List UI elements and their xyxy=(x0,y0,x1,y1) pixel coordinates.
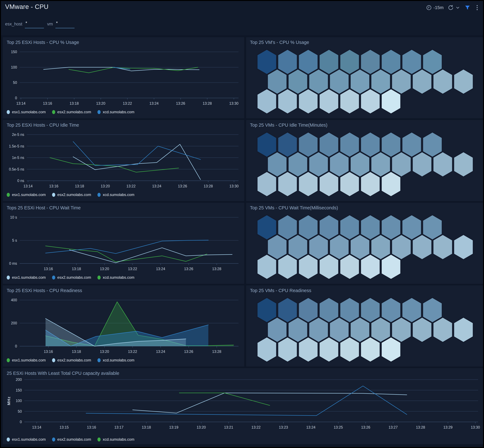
panel-esxi-cpu-idle-time: Top 25 ESXi Hosts - CPU Idle Time 0 ns0.… xyxy=(3,120,244,201)
honeycomb-hex-cell[interactable] xyxy=(433,69,453,94)
legend-item[interactable]: esx1.sumolabs.com xyxy=(7,275,46,280)
honeycomb-hex-cell[interactable] xyxy=(340,171,360,197)
chevron-down-icon[interactable] xyxy=(455,5,460,10)
honeycomb-hex-cell[interactable] xyxy=(433,234,453,260)
legend-item[interactable]: esx1.sumolabs.com xyxy=(7,110,46,114)
legend-dot-icon xyxy=(7,110,10,114)
honeycomb-hex-cell[interactable] xyxy=(340,254,360,280)
chart-legend: esx1.sumolabs.comesx2.sumolabs.comxcd.su… xyxy=(7,110,134,114)
area-chart-esxi-cpu-readiness: 020040013:1613:1813:2013:2213:2413:2613:… xyxy=(3,285,244,367)
esx-host-filter-input[interactable]: * xyxy=(25,21,44,28)
svg-text:13:20: 13:20 xyxy=(96,101,105,105)
honeycomb-hex-cell[interactable] xyxy=(454,234,473,260)
svg-text:13:28: 13:28 xyxy=(416,425,425,429)
svg-text:50: 50 xyxy=(13,80,17,85)
svg-text:13:22: 13:22 xyxy=(251,425,261,429)
legend-item[interactable]: esx2.sumolabs.com xyxy=(52,192,91,197)
chart-legend: esx1.sumolabs.comesx2.sumolabs.comxcd.su… xyxy=(7,192,134,197)
legend-series-name: esx2.sumolabs.com xyxy=(57,358,91,362)
legend-series-name: esx1.sumolabs.com xyxy=(12,437,46,442)
svg-text:13:26: 13:26 xyxy=(184,350,193,354)
legend-item[interactable]: esx2.sumolabs.com xyxy=(52,110,91,114)
legend-item[interactable]: esx1.sumolabs.com xyxy=(7,192,46,197)
header-bar: VMware - CPU -15m xyxy=(1,1,483,16)
legend-dot-icon xyxy=(7,358,10,362)
honeycomb-hex-cell[interactable] xyxy=(412,317,432,343)
honeycomb-hex-cell[interactable] xyxy=(298,337,318,362)
honeycomb-hex-cell[interactable] xyxy=(412,69,432,94)
honeycomb-hex-cell[interactable] xyxy=(319,254,339,280)
honeycomb-hex-cell[interactable] xyxy=(381,89,401,114)
honeycomb-hex-cell[interactable] xyxy=(412,234,432,260)
filter-icon[interactable] xyxy=(464,4,471,11)
legend-dot-icon xyxy=(98,358,101,362)
legend-item[interactable]: esx1.sumolabs.com xyxy=(7,437,46,442)
legend-item[interactable]: xcd.sumolabs.com xyxy=(98,437,134,442)
legend-item[interactable]: xcd.sumolabs.com xyxy=(98,110,134,114)
honeycomb-hex-cell[interactable] xyxy=(278,254,297,280)
honeycomb-hex-cell[interactable] xyxy=(340,337,360,362)
honeycomb-hex-cell[interactable] xyxy=(278,89,297,114)
honeycomb-hex-cell[interactable] xyxy=(278,337,297,362)
svg-text:13:18: 13:18 xyxy=(142,425,151,429)
honeycomb-hex-cell[interactable] xyxy=(319,337,339,362)
legend-item[interactable]: esx2.sumolabs.com xyxy=(52,275,91,280)
honeycomb-hex-cell[interactable] xyxy=(361,254,380,280)
svg-text:13:24: 13:24 xyxy=(156,267,165,271)
svg-text:10 s: 10 s xyxy=(10,215,17,219)
legend-series-name: esx1.sumolabs.com xyxy=(12,275,46,280)
svg-text:13:19: 13:19 xyxy=(169,425,179,429)
honeycomb-hex-cell[interactable] xyxy=(298,254,318,280)
honeycomb-hex-cell[interactable] xyxy=(361,89,380,114)
honeycomb-hex-cell[interactable] xyxy=(319,89,339,114)
honeycomb-hex-cell[interactable] xyxy=(257,254,277,280)
legend-item[interactable]: xcd.sumolabs.com xyxy=(98,192,134,197)
svg-text:13:30: 13:30 xyxy=(471,425,480,429)
honeycomb-hex-cell[interactable] xyxy=(454,69,473,94)
svg-text:0: 0 xyxy=(20,420,22,424)
svg-text:13:21: 13:21 xyxy=(224,425,233,429)
svg-text:13:26: 13:26 xyxy=(176,101,185,105)
honeycomb-hex-cell[interactable] xyxy=(454,152,473,177)
svg-text:13:30: 13:30 xyxy=(229,101,238,105)
legend-dot-icon xyxy=(7,276,10,280)
legend-item[interactable]: esx1.sumolabs.com xyxy=(7,358,46,362)
svg-text:MHz: MHz xyxy=(7,396,11,405)
honeycomb-hex-cell[interactable] xyxy=(361,171,380,197)
svg-text:50: 50 xyxy=(18,409,22,414)
honeycomb-hex-cell[interactable] xyxy=(454,317,473,343)
page-title: VMware - CPU xyxy=(5,3,49,10)
legend-item[interactable]: xcd.sumolabs.com xyxy=(98,275,134,280)
time-range-control[interactable]: -15m xyxy=(426,5,443,10)
honeycomb-hex-cell[interactable] xyxy=(412,152,432,177)
svg-text:13:14: 13:14 xyxy=(32,425,41,429)
panel-title: Top 25 ESXi Hosts - CPU % Usage xyxy=(7,40,79,45)
legend-series-name: esx2.sumolabs.com xyxy=(57,192,91,197)
svg-text:13:27: 13:27 xyxy=(388,425,398,429)
legend-item[interactable]: xcd.sumolabs.com xyxy=(98,358,134,362)
honeycomb-hex-cell[interactable] xyxy=(340,89,360,114)
honeycomb-hex-cell[interactable] xyxy=(381,254,401,280)
honeycomb-hex-cell[interactable] xyxy=(298,89,318,114)
refresh-control[interactable] xyxy=(448,5,460,11)
honeycomb-hex-cell[interactable] xyxy=(257,171,277,197)
kebab-menu-icon[interactable] xyxy=(475,4,480,11)
honeycomb-hex-cell[interactable] xyxy=(278,171,297,197)
svg-text:13:20: 13:20 xyxy=(197,425,206,429)
honeycomb-hex-cell[interactable] xyxy=(433,317,453,343)
honeycomb-hex-cell[interactable] xyxy=(361,337,380,362)
panel-esxi-least-cpu-capacity: 25 ESXi Hosts With Least Total CPU capac… xyxy=(3,368,483,444)
svg-text:13:24: 13:24 xyxy=(149,101,159,105)
honeycomb-hex-cell[interactable] xyxy=(319,171,339,197)
honeycomb-hex-cell[interactable] xyxy=(298,171,318,197)
legend-item[interactable]: esx2.sumolabs.com xyxy=(52,437,91,442)
svg-text:0.5e-5 ns: 0.5e-5 ns xyxy=(9,167,24,171)
honeycomb-hex-cell[interactable] xyxy=(381,337,401,362)
honeycomb-hex-cell[interactable] xyxy=(257,337,277,362)
honeycomb-hex-cell[interactable] xyxy=(381,171,401,197)
honeycomb-hex-cell[interactable] xyxy=(433,152,453,177)
legend-dot-icon xyxy=(7,193,10,197)
legend-item[interactable]: esx2.sumolabs.com xyxy=(52,358,91,362)
honeycomb-hex-cell[interactable] xyxy=(257,89,277,114)
vm-filter-input[interactable]: * xyxy=(55,21,74,28)
